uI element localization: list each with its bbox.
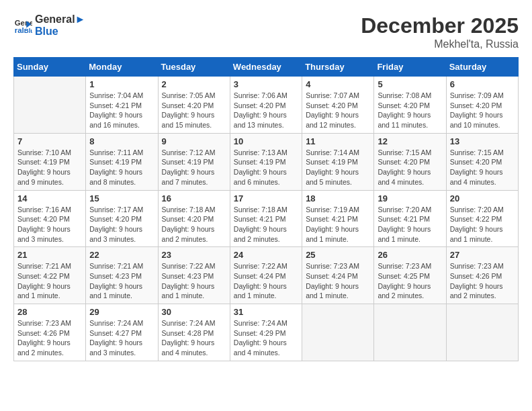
weekday-header-monday: Monday: [86, 58, 158, 77]
calendar-cell: 8Sunrise: 7:11 AMSunset: 4:19 PMDaylight…: [86, 133, 158, 190]
day-number: 29: [89, 307, 154, 317]
day-number: 26: [378, 250, 442, 260]
day-number: 5: [378, 79, 442, 89]
day-number: 1: [89, 79, 154, 89]
calendar-cell: 23Sunrise: 7:22 AMSunset: 4:23 PMDayligh…: [158, 247, 230, 304]
calendar-cell: 10Sunrise: 7:13 AMSunset: 4:19 PMDayligh…: [230, 133, 302, 190]
calendar-cell: 19Sunrise: 7:20 AMSunset: 4:21 PMDayligh…: [374, 190, 446, 247]
calendar-cell: 6Sunrise: 7:09 AMSunset: 4:20 PMDaylight…: [446, 77, 518, 134]
day-info: Sunrise: 7:04 AMSunset: 4:21 PMDaylight:…: [89, 91, 154, 130]
day-number: 18: [306, 193, 370, 203]
day-info: Sunrise: 7:11 AMSunset: 4:19 PMDaylight:…: [89, 148, 154, 187]
day-number: 8: [89, 136, 154, 146]
weekday-header-friday: Friday: [374, 58, 446, 77]
day-number: 17: [234, 193, 298, 203]
day-info: Sunrise: 7:20 AMSunset: 4:22 PMDaylight:…: [450, 205, 515, 244]
day-info: Sunrise: 7:18 AMSunset: 4:21 PMDaylight:…: [234, 205, 298, 244]
week-row-5: 28Sunrise: 7:23 AMSunset: 4:26 PMDayligh…: [14, 304, 519, 361]
day-number: 9: [162, 136, 226, 146]
day-info: Sunrise: 7:15 AMSunset: 4:20 PMDaylight:…: [378, 148, 442, 187]
calendar-cell: 30Sunrise: 7:24 AMSunset: 4:28 PMDayligh…: [158, 304, 230, 361]
day-info: Sunrise: 7:14 AMSunset: 4:19 PMDaylight:…: [306, 148, 370, 187]
calendar-cell: 7Sunrise: 7:10 AMSunset: 4:19 PMDaylight…: [14, 133, 86, 190]
calendar-cell: 27Sunrise: 7:23 AMSunset: 4:26 PMDayligh…: [446, 247, 518, 304]
calendar-cell: 13Sunrise: 7:15 AMSunset: 4:20 PMDayligh…: [446, 133, 518, 190]
title-area: December 2025 Mekhel'ta, Russia: [361, 13, 519, 50]
calendar-cell: 22Sunrise: 7:21 AMSunset: 4:23 PMDayligh…: [86, 247, 158, 304]
day-info: Sunrise: 7:23 AMSunset: 4:26 PMDaylight:…: [17, 318, 82, 358]
day-info: Sunrise: 7:05 AMSunset: 4:20 PMDaylight:…: [162, 91, 226, 130]
day-info: Sunrise: 7:16 AMSunset: 4:20 PMDaylight:…: [17, 205, 82, 244]
calendar-cell: 17Sunrise: 7:18 AMSunset: 4:21 PMDayligh…: [230, 190, 302, 247]
day-info: Sunrise: 7:20 AMSunset: 4:21 PMDaylight:…: [378, 205, 442, 244]
calendar-cell: 11Sunrise: 7:14 AMSunset: 4:19 PMDayligh…: [302, 133, 374, 190]
day-info: Sunrise: 7:24 AMSunset: 4:29 PMDaylight:…: [234, 318, 298, 358]
weekday-header-row: SundayMondayTuesdayWednesdayThursdayFrid…: [14, 58, 519, 77]
day-info: Sunrise: 7:17 AMSunset: 4:20 PMDaylight:…: [89, 205, 154, 244]
day-number: 4: [306, 79, 370, 89]
day-info: Sunrise: 7:23 AMSunset: 4:26 PMDaylight:…: [450, 261, 515, 301]
day-info: Sunrise: 7:13 AMSunset: 4:19 PMDaylight:…: [234, 148, 298, 187]
day-info: Sunrise: 7:19 AMSunset: 4:21 PMDaylight:…: [306, 205, 370, 244]
calendar-cell: 16Sunrise: 7:18 AMSunset: 4:20 PMDayligh…: [158, 190, 230, 247]
calendar-cell: [446, 304, 518, 361]
logo-general: General►: [35, 13, 85, 26]
calendar-cell: 28Sunrise: 7:23 AMSunset: 4:26 PMDayligh…: [14, 304, 86, 361]
day-number: 16: [162, 193, 226, 203]
day-number: 11: [306, 136, 370, 146]
day-number: 19: [378, 193, 442, 203]
week-row-4: 21Sunrise: 7:21 AMSunset: 4:22 PMDayligh…: [14, 247, 519, 304]
day-number: 13: [450, 136, 515, 146]
day-info: Sunrise: 7:12 AMSunset: 4:19 PMDaylight:…: [162, 148, 226, 187]
calendar-cell: 20Sunrise: 7:20 AMSunset: 4:22 PMDayligh…: [446, 190, 518, 247]
calendar-cell: 4Sunrise: 7:07 AMSunset: 4:20 PMDaylight…: [302, 77, 374, 134]
logo: Gene ral Blue General► Blue: [13, 13, 85, 37]
calendar-cell: 18Sunrise: 7:19 AMSunset: 4:21 PMDayligh…: [302, 190, 374, 247]
calendar-cell: 31Sunrise: 7:24 AMSunset: 4:29 PMDayligh…: [230, 304, 302, 361]
month-title: December 2025: [361, 13, 519, 38]
calendar-cell: 2Sunrise: 7:05 AMSunset: 4:20 PMDaylight…: [158, 77, 230, 134]
day-number: 12: [378, 136, 442, 146]
calendar-cell: 9Sunrise: 7:12 AMSunset: 4:19 PMDaylight…: [158, 133, 230, 190]
logo-icon: Gene ral Blue: [13, 16, 32, 35]
day-number: 6: [450, 79, 515, 89]
calendar-cell: [374, 304, 446, 361]
day-number: 25: [306, 250, 370, 260]
day-info: Sunrise: 7:10 AMSunset: 4:19 PMDaylight:…: [17, 148, 82, 187]
weekday-header-saturday: Saturday: [446, 58, 518, 77]
day-number: 28: [17, 307, 82, 317]
calendar-cell: 3Sunrise: 7:06 AMSunset: 4:20 PMDaylight…: [230, 77, 302, 134]
calendar-cell: [302, 304, 374, 361]
day-info: Sunrise: 7:21 AMSunset: 4:23 PMDaylight:…: [89, 261, 154, 301]
day-info: Sunrise: 7:09 AMSunset: 4:20 PMDaylight:…: [450, 91, 515, 130]
day-info: Sunrise: 7:24 AMSunset: 4:28 PMDaylight:…: [162, 318, 226, 358]
calendar-cell: 15Sunrise: 7:17 AMSunset: 4:20 PMDayligh…: [86, 190, 158, 247]
day-info: Sunrise: 7:06 AMSunset: 4:20 PMDaylight:…: [234, 91, 298, 130]
day-number: 23: [162, 250, 226, 260]
location-title: Mekhel'ta, Russia: [361, 38, 519, 50]
day-number: 10: [234, 136, 298, 146]
page-header: Gene ral Blue General► Blue December 202…: [13, 13, 519, 50]
calendar-cell: 24Sunrise: 7:22 AMSunset: 4:24 PMDayligh…: [230, 247, 302, 304]
week-row-3: 14Sunrise: 7:16 AMSunset: 4:20 PMDayligh…: [14, 190, 519, 247]
day-number: 27: [450, 250, 515, 260]
day-number: 3: [234, 79, 298, 89]
day-info: Sunrise: 7:22 AMSunset: 4:23 PMDaylight:…: [162, 261, 226, 301]
day-info: Sunrise: 7:21 AMSunset: 4:22 PMDaylight:…: [17, 261, 82, 301]
calendar-cell: 29Sunrise: 7:24 AMSunset: 4:27 PMDayligh…: [86, 304, 158, 361]
weekday-header-thursday: Thursday: [302, 58, 374, 77]
day-number: 24: [234, 250, 298, 260]
calendar-cell: 1Sunrise: 7:04 AMSunset: 4:21 PMDaylight…: [86, 77, 158, 134]
day-number: 21: [17, 250, 82, 260]
weekday-header-tuesday: Tuesday: [158, 58, 230, 77]
day-number: 15: [89, 193, 154, 203]
day-number: 7: [17, 136, 82, 146]
weekday-header-wednesday: Wednesday: [230, 58, 302, 77]
day-info: Sunrise: 7:22 AMSunset: 4:24 PMDaylight:…: [234, 261, 298, 301]
day-number: 30: [162, 307, 226, 317]
day-number: 31: [234, 307, 298, 317]
day-info: Sunrise: 7:08 AMSunset: 4:20 PMDaylight:…: [378, 91, 442, 130]
day-info: Sunrise: 7:23 AMSunset: 4:25 PMDaylight:…: [378, 261, 442, 301]
weekday-header-sunday: Sunday: [14, 58, 86, 77]
logo-blue: Blue: [35, 26, 85, 38]
